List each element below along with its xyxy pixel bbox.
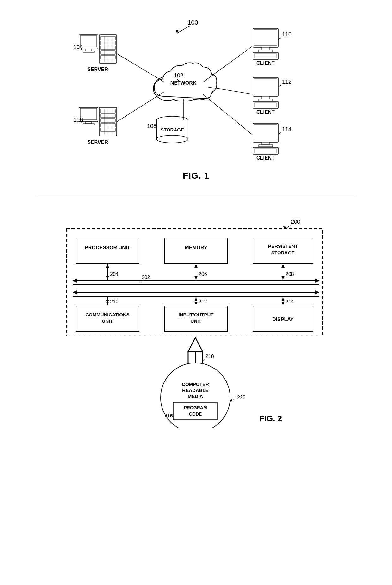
section-divider [37, 197, 355, 197]
svg-text:108: 108 [147, 123, 156, 129]
svg-text:PERSISTENT: PERSISTENT [268, 243, 298, 249]
svg-rect-33 [83, 124, 94, 125]
svg-text:218: 218 [205, 354, 214, 359]
page-container: 100 NETWORK [0, 0, 392, 585]
svg-marker-112 [194, 276, 198, 280]
client1: CLIENT [253, 28, 278, 66]
svg-marker-131 [106, 302, 109, 305]
svg-line-64 [278, 38, 281, 40]
svg-rect-15 [85, 49, 92, 51]
svg-rect-77 [259, 145, 273, 147]
svg-marker-103 [315, 279, 319, 283]
svg-rect-22 [101, 55, 115, 59]
svg-text:212: 212 [199, 299, 207, 304]
storage: STORAGE [156, 116, 188, 143]
svg-marker-132 [106, 297, 109, 301]
svg-rect-76 [262, 142, 269, 145]
svg-text:UNIT: UNIT [102, 318, 113, 324]
svg-text:204: 204 [110, 271, 119, 277]
svg-text:210: 210 [110, 299, 119, 304]
client3: CLIENT [253, 123, 278, 161]
svg-rect-37 [101, 119, 115, 122]
svg-rect-95 [164, 238, 228, 263]
svg-text:102: 102 [174, 72, 183, 79]
fig1-diagram: 100 NETWORK [66, 16, 326, 168]
svg-rect-38 [101, 123, 115, 127]
svg-rect-35 [101, 109, 115, 113]
svg-rect-58 [262, 47, 269, 50]
svg-text:214: 214 [285, 299, 294, 304]
fig1-svg: 100 NETWORK [66, 16, 326, 168]
svg-marker-116 [281, 276, 285, 280]
svg-line-73 [278, 85, 281, 87]
svg-text:DISPLAY: DISPLAY [272, 317, 294, 322]
svg-text:220: 220 [237, 395, 246, 400]
svg-line-0 [177, 26, 190, 33]
svg-text:COMPUTER: COMPUTER [182, 381, 209, 387]
svg-text:MEMORY: MEMORY [185, 245, 207, 250]
server1: SERVER [79, 35, 117, 72]
svg-marker-145 [188, 338, 203, 352]
svg-line-82 [278, 133, 281, 134]
svg-rect-32 [85, 122, 92, 124]
fig2-section: 200 PROCESSOR UNIT MEMORY PERSISTENT STO… [19, 213, 373, 428]
svg-line-84 [117, 92, 164, 122]
svg-rect-57 [254, 29, 277, 45]
svg-marker-111 [194, 264, 198, 268]
svg-text:CODE: CODE [189, 411, 202, 417]
client2: CLIENT [253, 77, 278, 115]
svg-text:PROCESSOR UNIT: PROCESSOR UNIT [85, 245, 130, 250]
fig1-label: FIG. 1 [183, 171, 209, 181]
svg-text:110: 110 [282, 31, 291, 38]
svg-text:INPUT/OUTPUT: INPUT/OUTPUT [179, 312, 214, 317]
svg-text:READABLE: READABLE [182, 387, 208, 393]
svg-line-147 [203, 359, 205, 361]
network-cloud: NETWORK [153, 63, 217, 101]
svg-rect-67 [262, 96, 269, 99]
ref-100-label: 100 [187, 19, 198, 26]
svg-text:CLIENT: CLIENT [256, 109, 275, 115]
svg-text:UNIT: UNIT [191, 318, 202, 324]
svg-text:MEDIA: MEDIA [188, 393, 203, 399]
svg-text:200: 200 [291, 219, 300, 225]
svg-text:FIG. 2: FIG. 2 [259, 414, 282, 423]
svg-rect-66 [254, 78, 277, 94]
svg-text:CLIENT: CLIENT [256, 155, 275, 161]
svg-line-83 [117, 54, 164, 82]
svg-rect-19 [101, 41, 115, 45]
svg-marker-139 [281, 302, 285, 305]
svg-marker-140 [281, 297, 285, 301]
svg-marker-121 [315, 290, 319, 294]
svg-text:114: 114 [282, 126, 291, 132]
svg-text:PROGRAM: PROGRAM [184, 405, 207, 410]
svg-marker-108 [106, 276, 109, 280]
svg-rect-70 [254, 103, 277, 107]
svg-rect-93 [76, 238, 139, 263]
svg-rect-75 [254, 124, 277, 140]
svg-marker-135 [194, 302, 198, 305]
svg-rect-20 [101, 46, 115, 50]
svg-rect-36 [101, 114, 115, 118]
fig2-diagram: 200 PROCESSOR UNIT MEMORY PERSISTENT STO… [57, 213, 335, 428]
svg-text:206: 206 [199, 271, 207, 277]
svg-rect-18 [101, 36, 115, 40]
fig1-section: 100 NETWORK [19, 13, 373, 181]
svg-text:112: 112 [282, 79, 291, 85]
svg-text:202: 202 [142, 275, 150, 280]
svg-text:SERVER: SERVER [87, 139, 108, 145]
svg-text:STORAGE: STORAGE [161, 127, 184, 132]
svg-rect-68 [259, 99, 273, 101]
svg-line-86 [203, 46, 253, 82]
svg-text:208: 208 [285, 271, 294, 277]
svg-marker-115 [281, 264, 285, 268]
svg-text:COMMUNICATIONS: COMMUNICATIONS [85, 312, 130, 317]
svg-rect-59 [259, 50, 273, 52]
svg-text:CLIENT: CLIENT [256, 60, 275, 66]
svg-rect-39 [101, 128, 115, 132]
svg-rect-21 [101, 51, 115, 54]
server2: SERVER [79, 107, 117, 145]
svg-text:NETWORK: NETWORK [170, 80, 197, 86]
svg-marker-102 [73, 279, 77, 283]
svg-rect-16 [83, 51, 94, 52]
svg-text:SERVER: SERVER [87, 67, 108, 72]
